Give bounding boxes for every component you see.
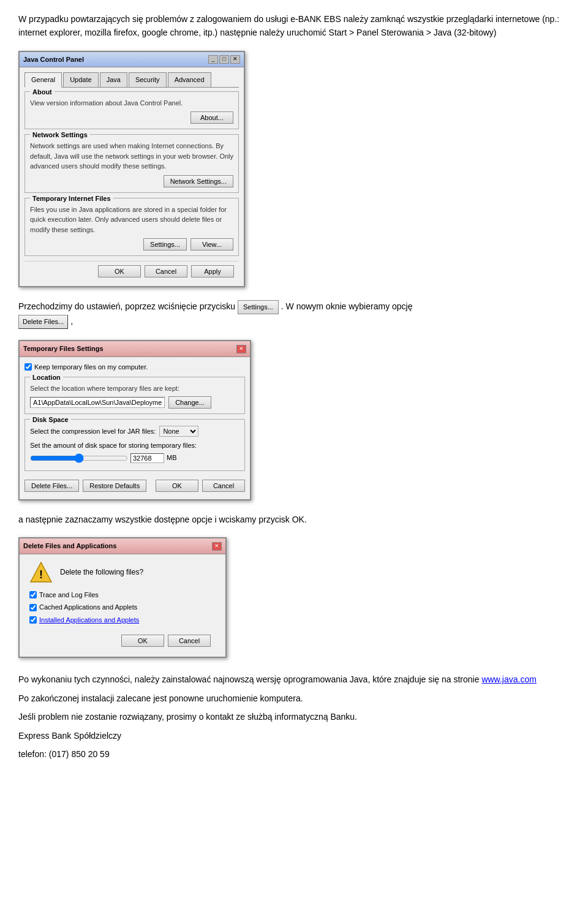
- disk-space-input[interactable]: [130, 453, 164, 463]
- location-section: Location Select the location where tempo…: [24, 377, 245, 414]
- p2-comma: ,: [70, 316, 73, 326]
- closing-p5: telefon: (017) 850 20 59: [18, 747, 570, 761]
- temp-files-titlebar: Temporary Files Settings ✕: [20, 341, 250, 357]
- delete-cancel-button[interactable]: Cancel: [168, 635, 211, 647]
- about-button[interactable]: About...: [190, 111, 233, 124]
- closing-p3: Jeśli problem nie zostanie rozwiązany, p…: [18, 710, 570, 723]
- svg-text:!: !: [39, 568, 43, 581]
- java-cp-title: Java Control Panel: [23, 55, 84, 65]
- network-settings-button[interactable]: Network Settings...: [164, 175, 233, 187]
- space-label: Set the amount of disk space for storing…: [30, 440, 239, 451]
- delete-files-body: ! Delete the following files? Trace and …: [20, 554, 225, 657]
- temp-close-button[interactable]: ✕: [236, 345, 246, 353]
- installed-apps-label: Installed Applications and Applets: [39, 615, 139, 625]
- temp-files-body: Keep temporary files on my computer. Loc…: [20, 357, 250, 499]
- tab-strip: General Update Java Security Advanced: [24, 72, 239, 88]
- ok-button[interactable]: OK: [98, 265, 141, 277]
- temp-section: Temporary Internet Files Files you use i…: [24, 198, 239, 257]
- compress-select[interactable]: None Low Medium High: [159, 426, 198, 437]
- restore-defaults-button[interactable]: Restore Defaults: [83, 480, 146, 492]
- intro-paragraph-1: W przypadku powtarzających się problemów…: [18, 12, 570, 40]
- apply-button[interactable]: Apply: [191, 265, 234, 277]
- location-path-input[interactable]: [30, 397, 165, 408]
- disk-space-slider[interactable]: [30, 453, 128, 463]
- disk-space-section: Disk Space Select the compression level …: [24, 419, 245, 471]
- after-temp-paragraph: a następnie zaznaczamy wszystkie dostępn…: [18, 513, 570, 526]
- keep-label: Keep temporary files on my computer.: [34, 362, 148, 372]
- tab-general[interactable]: General: [24, 72, 62, 88]
- compress-label: Select the compression level for JAR fil…: [30, 426, 156, 437]
- warning-icon: !: [29, 560, 53, 584]
- middle-paragraph: Przechodzimy do ustawień, poprzez wciśni…: [18, 300, 570, 329]
- java-link[interactable]: www.java.com: [481, 674, 536, 684]
- location-section-text: Select the location where temporary file…: [30, 383, 239, 394]
- closing-p2: Po zakończonej instalacji zalecane jest …: [18, 692, 570, 705]
- minimize-button[interactable]: _: [208, 55, 218, 64]
- installed-apps-checkbox[interactable]: [29, 616, 37, 624]
- closing-text-1: Po wykonaniu tych czynności, należy zain…: [18, 674, 480, 684]
- java-cp-body: General Update Java Security Advanced Ab…: [20, 67, 244, 286]
- delete-question: Delete the following files?: [60, 567, 143, 578]
- temp-files-controls: ✕: [236, 345, 246, 353]
- view-button[interactable]: View...: [190, 238, 233, 251]
- delete-ok-button[interactable]: OK: [121, 635, 164, 647]
- settings-button[interactable]: Settings...: [143, 238, 187, 251]
- settings-inline-button[interactable]: Settings...: [238, 300, 279, 315]
- delete-files-dialog: Delete Files and Applications ✕ ! Delete…: [18, 537, 227, 658]
- network-section-content: Network settings are used when making In…: [30, 141, 233, 172]
- close-button[interactable]: ✕: [230, 55, 240, 64]
- keep-checkbox[interactable]: [24, 363, 32, 371]
- cached-apps-row: Cached Applications and Applets: [29, 602, 216, 613]
- delete-files-footer: OK Cancel: [29, 631, 216, 651]
- temp-cancel-button[interactable]: Cancel: [202, 480, 245, 492]
- java-cp-footer: OK Cancel Apply: [24, 261, 239, 281]
- trace-log-row: Trace and Log Files: [29, 590, 216, 600]
- cached-apps-checkbox[interactable]: [29, 604, 37, 611]
- location-section-label: Location: [30, 372, 63, 383]
- change-button[interactable]: Change...: [168, 396, 211, 409]
- about-section-label: About: [30, 87, 55, 97]
- temp-files-dialog: Temporary Files Settings ✕ Keep temporar…: [18, 340, 251, 500]
- delete-files-button[interactable]: Delete Files...: [24, 480, 79, 492]
- cached-apps-label: Cached Applications and Applets: [39, 602, 137, 613]
- tab-security[interactable]: Security: [129, 72, 167, 87]
- p2-after: . W nowym oknie wybieramy opcję: [281, 301, 413, 311]
- slider-row: MB: [30, 453, 239, 463]
- closing-p4: Express Bank Spółdzielczy: [18, 729, 570, 742]
- keep-checkbox-row: Keep temporary files on my computer.: [24, 362, 245, 372]
- delete-close-button[interactable]: ✕: [212, 542, 222, 551]
- trace-log-checkbox[interactable]: [29, 591, 37, 598]
- tab-advanced[interactable]: Advanced: [168, 72, 211, 87]
- mb-label: MB: [167, 453, 177, 463]
- temp-section-content: Files you use in Java applications are s…: [30, 205, 233, 235]
- disk-space-label: Disk Space: [30, 415, 71, 425]
- tab-java[interactable]: Java: [100, 72, 127, 87]
- delete-files-inline-button[interactable]: Delete Files...: [18, 315, 68, 330]
- closing-p1: Po wykonaniu tych czynności, należy zain…: [18, 673, 570, 686]
- about-section-content: View version information about Java Cont…: [30, 98, 233, 108]
- maximize-button[interactable]: □: [219, 55, 229, 64]
- about-section: About View version information about Jav…: [24, 91, 239, 130]
- trace-log-label: Trace and Log Files: [39, 590, 99, 600]
- p2-before: Przechodzimy do ustawień, poprzez wciśni…: [18, 301, 235, 311]
- java-cp-controls: _ □ ✕: [208, 55, 240, 64]
- delete-files-controls: ✕: [212, 542, 222, 551]
- delete-files-titlebar: Delete Files and Applications ✕: [20, 538, 225, 554]
- network-section-label: Network Settings: [30, 130, 90, 140]
- tab-update[interactable]: Update: [63, 72, 98, 87]
- cancel-button[interactable]: Cancel: [145, 265, 187, 277]
- temp-section-label: Temporary Internet Files: [30, 194, 113, 204]
- delete-files-title: Delete Files and Applications: [23, 541, 116, 551]
- installed-apps-row: Installed Applications and Applets: [29, 615, 216, 625]
- network-section: Network Settings Network settings are us…: [24, 134, 239, 193]
- java-control-panel-dialog: Java Control Panel _ □ ✕ General Update …: [18, 51, 245, 288]
- temp-files-title: Temporary Files Settings: [23, 344, 104, 354]
- temp-ok-button[interactable]: OK: [156, 480, 198, 492]
- java-cp-titlebar: Java Control Panel _ □ ✕: [20, 52, 244, 68]
